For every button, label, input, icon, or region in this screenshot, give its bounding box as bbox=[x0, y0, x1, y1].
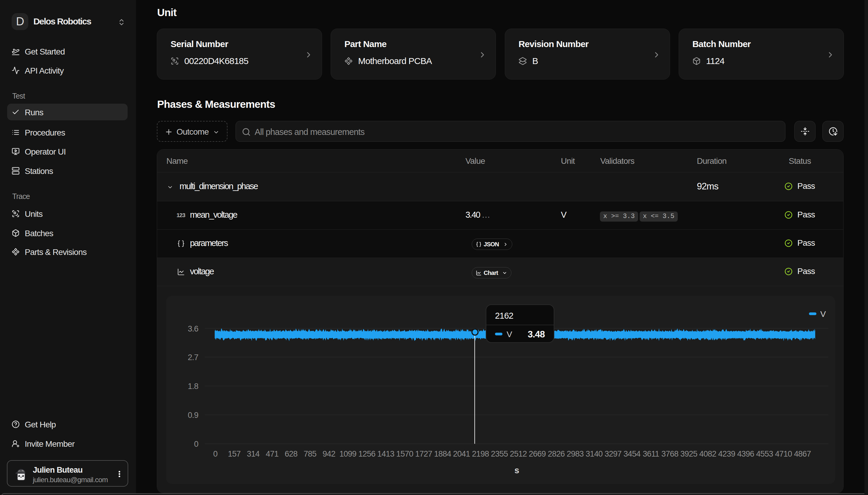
svg-text:2983: 2983 bbox=[567, 449, 584, 458]
svg-text:628: 628 bbox=[285, 449, 298, 458]
svg-text:3.48: 3.48 bbox=[528, 329, 545, 340]
svg-text:2512: 2512 bbox=[510, 449, 527, 458]
svg-text:2.7: 2.7 bbox=[188, 353, 198, 362]
svg-text:3.6: 3.6 bbox=[188, 324, 198, 333]
svg-text:1256: 1256 bbox=[358, 449, 375, 458]
svg-text:s: s bbox=[514, 465, 519, 475]
svg-text:3454: 3454 bbox=[623, 449, 641, 458]
svg-text:2162: 2162 bbox=[495, 311, 513, 321]
svg-text:2198: 2198 bbox=[472, 449, 489, 458]
svg-text:3297: 3297 bbox=[604, 449, 621, 458]
svg-text:4239: 4239 bbox=[718, 449, 735, 458]
svg-text:4710: 4710 bbox=[775, 449, 792, 458]
svg-text:4082: 4082 bbox=[699, 449, 716, 458]
svg-text:157: 157 bbox=[228, 449, 241, 458]
svg-text:4396: 4396 bbox=[737, 449, 754, 458]
svg-text:1570: 1570 bbox=[396, 449, 413, 458]
svg-text:1099: 1099 bbox=[339, 449, 356, 458]
svg-text:2826: 2826 bbox=[548, 449, 565, 458]
svg-text:3140: 3140 bbox=[586, 449, 603, 458]
svg-text:V: V bbox=[820, 309, 826, 319]
svg-text:785: 785 bbox=[304, 449, 316, 458]
svg-text:0: 0 bbox=[194, 440, 198, 448]
svg-text:1.8: 1.8 bbox=[188, 382, 198, 391]
svg-text:471: 471 bbox=[266, 449, 278, 458]
svg-text:1413: 1413 bbox=[377, 449, 394, 458]
svg-text:3611: 3611 bbox=[643, 449, 659, 458]
svg-text:942: 942 bbox=[323, 449, 335, 458]
svg-text:3925: 3925 bbox=[681, 449, 698, 458]
svg-text:V: V bbox=[507, 330, 512, 339]
svg-text:2669: 2669 bbox=[529, 449, 546, 458]
svg-text:4867: 4867 bbox=[794, 449, 811, 458]
svg-text:1727: 1727 bbox=[415, 449, 432, 458]
svg-text:1884: 1884 bbox=[434, 449, 452, 458]
svg-text:2041: 2041 bbox=[453, 449, 470, 458]
svg-text:4553: 4553 bbox=[756, 449, 773, 458]
svg-text:0.9: 0.9 bbox=[188, 411, 198, 420]
svg-text:314: 314 bbox=[247, 449, 260, 458]
svg-text:0: 0 bbox=[213, 449, 217, 458]
svg-text:2355: 2355 bbox=[491, 449, 508, 458]
svg-text:3768: 3768 bbox=[661, 449, 678, 458]
